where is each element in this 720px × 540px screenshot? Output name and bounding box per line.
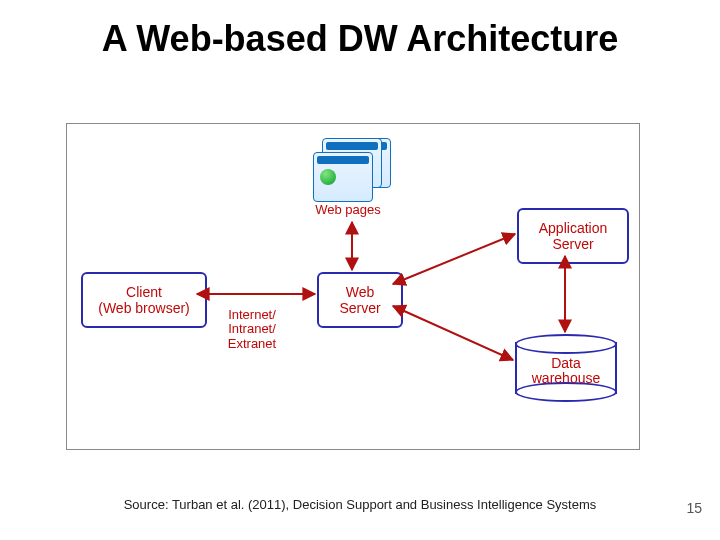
svg-line-2 bbox=[393, 234, 515, 284]
slide: A Web-based DW Architecture Web pages Cl… bbox=[0, 0, 720, 540]
source-citation: Source: Turban et al. (2011), Decision S… bbox=[0, 497, 720, 512]
diagram-panel: Web pages Client (Web browser) Web Serve… bbox=[66, 123, 640, 450]
diagram-arrows bbox=[67, 124, 639, 449]
svg-line-3 bbox=[393, 306, 513, 360]
page-title: A Web-based DW Architecture bbox=[0, 18, 720, 60]
page-number: 15 bbox=[686, 500, 702, 516]
